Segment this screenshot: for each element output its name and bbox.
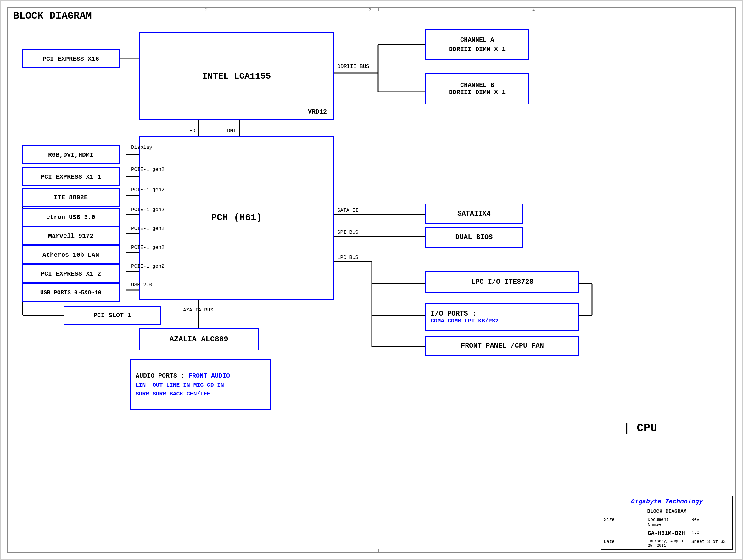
- doc-number-label: Document Number: [645, 516, 689, 528]
- dual-bios-box: DUAL BIOS: [425, 227, 523, 248]
- rev-label: Rev: [689, 516, 732, 528]
- title-block-size-row: Size Document Number Rev: [602, 516, 732, 529]
- diagram-title: BLOCK DIAGRAM: [602, 508, 732, 516]
- tick-right-1: [732, 141, 736, 141]
- title-block: Gigabyte Technology BLOCK DIAGRAM Size D…: [601, 496, 733, 550]
- pcie1-gen2-5-label: PCIE-1 gen2: [131, 245, 165, 250]
- tick-left-2: [7, 281, 11, 281]
- fdi-label: FDI: [189, 128, 199, 134]
- tick-top-2: [378, 7, 379, 11]
- dmi-label: DMI: [227, 128, 236, 134]
- tick-left-3: [7, 421, 11, 421]
- intel-box: INTEL LGA1155 VRD12: [139, 32, 334, 120]
- pcie1-gen2-3-label: PCIE-1 gen2: [131, 207, 165, 213]
- size-label: Size: [602, 516, 645, 528]
- azalia-box: AZALIA ALC889: [139, 328, 259, 350]
- tick-label-top-4: 4: [532, 7, 535, 12]
- pch-box: PCH (H61): [139, 136, 334, 300]
- ddriii-bus-label: DDRIII BUS: [337, 63, 369, 70]
- spi-bus-label: SPI BUS: [337, 230, 358, 235]
- pci-express-x1-2-box: PCI EXPRESS X1_2: [22, 264, 120, 283]
- azalia-bus-label: AZALIA BUS: [183, 307, 213, 313]
- date-value: Thursday, August 25, 2011: [645, 538, 689, 549]
- pci-express-x1-1-box: PCI EXPRESS X1_1: [22, 167, 120, 186]
- pci-slot-box: PCI SLOT 1: [63, 306, 161, 325]
- tick-top-1: [215, 7, 215, 11]
- lpc-io-box: LPC I/O ITE8728: [425, 270, 579, 293]
- usb-2-label: USB 2.0: [131, 282, 152, 288]
- pch-label: PCH (H61): [211, 212, 262, 223]
- pcie1-gen2-6-label: PCIE-1 gen2: [131, 264, 165, 269]
- marvell-box: Marvell 9172: [22, 226, 120, 245]
- size-value: [602, 529, 645, 538]
- rev-value: 1.0: [689, 529, 732, 538]
- tick-right-2: [732, 281, 736, 281]
- rgb-dvi-hdmi-box: RGB,DVI,HDMI: [22, 145, 120, 164]
- audio-line3: SURR SURR BACK CEN/LFE: [136, 391, 211, 397]
- title-block-values-row: GA-H61M-D2H 1.0: [602, 529, 732, 538]
- ite-8892e-box: ITE 8892E: [22, 188, 120, 207]
- sheet-label: Sheet: [691, 539, 705, 544]
- cpu-label: | CPU: [623, 422, 657, 435]
- doc-number-value: GA-H61M-D2H: [645, 529, 689, 538]
- usb-ports-box: USB PORTS 0~5&8~10: [22, 283, 120, 302]
- display-label: Display: [131, 145, 152, 150]
- sheet-value: 3: [707, 539, 710, 544]
- lpc-bus-label: LPC BUS: [337, 255, 358, 260]
- etron-usb-box: etron USB 3.0: [22, 208, 120, 226]
- tick-bot-2: [378, 549, 379, 553]
- audio-line1: AUDIO PORTS : FRONT AUDIO: [136, 372, 230, 379]
- tick-bot-3: [542, 549, 542, 553]
- tick-right-3: [732, 421, 736, 421]
- channel-b-box: CHANNEL BDDRIII DIMM X 1: [425, 73, 529, 104]
- sataiix4-box: SATAIIX4: [425, 204, 523, 224]
- channel-a-box: CHANNEL ADDRIII DIMM X 1: [425, 29, 529, 60]
- date-label: Date: [602, 538, 645, 549]
- tick-label-top-3: 3: [369, 7, 371, 12]
- tick-bot-1: [215, 549, 215, 553]
- pcie1-gen2-4-label: PCIE-1 gen2: [131, 226, 165, 231]
- intel-sublabel: VRD12: [308, 108, 327, 116]
- io-ports-box: I/O PORTS : COMA COMB LPT KB/PS2: [425, 303, 579, 331]
- io-ports-label: I/O PORTS :: [431, 310, 476, 318]
- pci-express-x16-box: PCI EXPRESS X16: [22, 49, 120, 68]
- tick-label-top-2: 2: [205, 7, 208, 12]
- atheros-box: Atheros 1Gb LAN: [22, 245, 120, 264]
- sheet-info: Sheet 3 of 33: [689, 538, 732, 549]
- tick-left-1: [7, 141, 11, 141]
- title-block-date-row: Date Thursday, August 25, 2011 Sheet 3 o…: [602, 538, 732, 549]
- pcie1-gen2-2-label: PCIE-1 gen2: [131, 187, 165, 193]
- company-name: Gigabyte Technology: [602, 496, 732, 508]
- io-ports-sub: COMA COMB LPT KB/PS2: [431, 318, 498, 324]
- of-label: of: [712, 539, 718, 544]
- page-title: BLOCK DIAGRAM: [13, 10, 92, 22]
- audio-ports-box: AUDIO PORTS : FRONT AUDIO LIN_ OUT LINE_…: [130, 359, 271, 410]
- audio-line2: LIN_ OUT LINE_IN MIC CD_IN: [136, 382, 224, 388]
- intel-label: INTEL LGA1155: [202, 72, 271, 81]
- front-panel-box: FRONT PANEL /CPU FAN: [425, 336, 579, 356]
- pcie1-gen2-1-label: PCIE-1 gen2: [131, 167, 165, 172]
- sata-ii-label: SATA II: [337, 208, 358, 213]
- of-value: 33: [720, 539, 726, 544]
- page: BLOCK DIAGRAM: [0, 0, 743, 560]
- tick-top-3: [542, 7, 542, 11]
